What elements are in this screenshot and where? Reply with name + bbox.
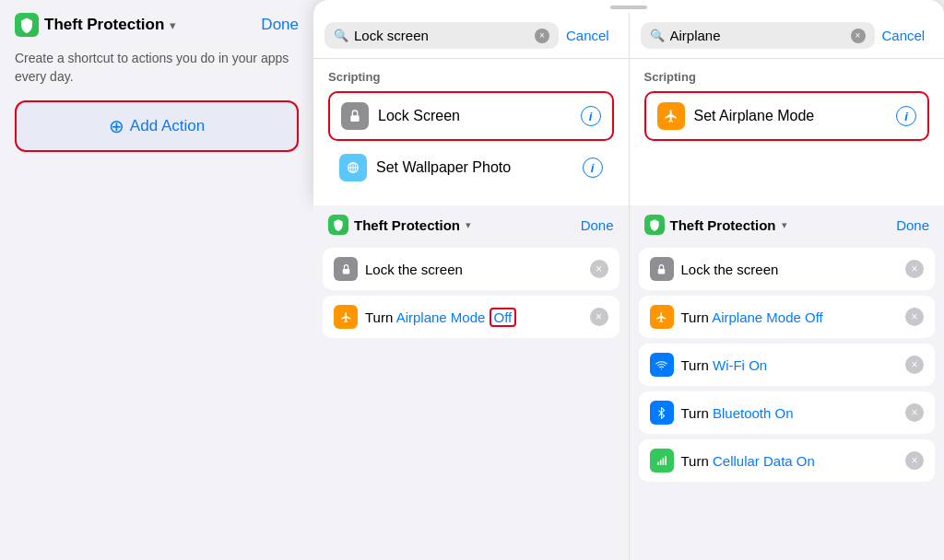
workflow-action-airplane-left: Turn Airplane Mode Off × xyxy=(323,296,620,338)
cellular-label: Cellular Data xyxy=(713,453,796,469)
workflow-action-cellular-right: Turn Cellular Data On × xyxy=(639,439,936,482)
svg-rect-0 xyxy=(350,115,359,122)
search-clear-lock[interactable]: × xyxy=(535,29,549,43)
workflow-panel-right: Theft Protection ▾ Done Lock the screen … xyxy=(630,205,945,560)
lock-screen-info-button[interactable]: i xyxy=(581,106,601,126)
app-icon-left xyxy=(15,13,39,37)
search-input-lock[interactable] xyxy=(354,28,529,43)
workflow-action-airplane-right: Turn Airplane Mode Off × xyxy=(639,296,936,338)
scripting-section-lock: Scripting Lock Screen i xyxy=(313,59,630,205)
cancel-button-lock[interactable]: Cancel xyxy=(566,28,609,43)
search-panels-row: 🔍 × Cancel 🔍 × Cancel xyxy=(313,13,944,59)
workflow-actions-right: Lock the screen × Turn Airplane Mode Off xyxy=(630,244,945,491)
search-bar-airplane: 🔍 × xyxy=(641,22,875,49)
svg-rect-8 xyxy=(665,456,667,465)
wallpaper-icon xyxy=(339,154,367,181)
app-icon-wf-right xyxy=(644,215,665,235)
workflow-bluetooth-remove[interactable]: × xyxy=(905,403,924,422)
wallpaper-text: Set Wallpaper Photo xyxy=(376,159,583,176)
drag-handle xyxy=(610,6,647,9)
svg-rect-4 xyxy=(658,268,666,273)
workflow-airplane-text-right: Turn Airplane Mode Off xyxy=(681,309,899,325)
workflow-wifi-icon-right xyxy=(650,353,674,377)
airplane-mode-icon xyxy=(657,102,685,130)
airplane-mode-info-button[interactable]: i xyxy=(896,106,916,126)
left-panel: Theft Protection ▾ Done Create a shortcu… xyxy=(0,0,313,560)
svg-rect-6 xyxy=(660,460,662,464)
workflow-chevron-left: ▾ xyxy=(466,219,471,231)
workflow-cellular-remove[interactable]: × xyxy=(905,451,924,470)
left-header: Theft Protection ▾ Done xyxy=(0,0,313,46)
svg-rect-5 xyxy=(657,461,659,464)
scripting-label-lock: Scripting xyxy=(328,70,614,84)
workflow-lock-icon-left xyxy=(334,257,358,281)
workflow-action-bluetooth-right: Turn Bluetooth On × xyxy=(639,391,936,434)
turn-label-bt: Turn xyxy=(681,405,709,421)
airplane-mode-value-left[interactable]: Off xyxy=(490,308,517,327)
workflow-actions-left: Lock the screen × Turn Airplane Mode Off xyxy=(313,244,629,347)
airplane-mode-label-left: Airplane Mode xyxy=(396,309,490,325)
left-app-title: Theft Protection xyxy=(44,16,164,34)
workflow-airplane-remove-left[interactable]: × xyxy=(590,308,608,326)
svg-rect-3 xyxy=(342,268,349,273)
left-done-button[interactable]: Done xyxy=(261,16,299,34)
workflow-cellular-icon-right xyxy=(650,449,674,472)
workflow-action-lock-left: Lock the screen × xyxy=(323,248,620,290)
bluetooth-value[interactable]: On xyxy=(775,405,794,421)
add-action-button[interactable]: ⊕ Add Action xyxy=(15,100,299,152)
workflow-cellular-text-right: Turn Cellular Data On xyxy=(681,453,899,469)
workflow-panel-left: Theft Protection ▾ Done Lock the screen … xyxy=(313,205,630,560)
middle-area: 🔍 × Cancel 🔍 × Cancel xyxy=(313,0,944,560)
workflow-lock-text-right: Lock the screen xyxy=(681,262,899,277)
lock-screen-text: Lock Screen xyxy=(378,108,581,124)
wifi-value[interactable]: On xyxy=(749,357,767,373)
scripting-label-airplane: Scripting xyxy=(644,70,930,84)
action-item-lock-screen[interactable]: Lock Screen i xyxy=(328,91,614,141)
search-bar-row-lock: 🔍 × Cancel xyxy=(324,22,618,49)
search-icon-lock: 🔍 xyxy=(334,29,348,42)
airplane-mode-label-right: Airplane Mode xyxy=(712,309,805,325)
left-chevron-icon: ▾ xyxy=(170,18,176,32)
workflow-airplane-text-left: Turn Airplane Mode Off xyxy=(365,309,583,325)
add-action-label: Add Action xyxy=(130,117,205,135)
workflow-lock-text-left: Lock the screen xyxy=(365,262,583,277)
workflow-bluetooth-text-right: Turn Bluetooth On xyxy=(681,405,899,421)
workflow-airplane-icon-right xyxy=(650,305,674,329)
top-modal: 🔍 × Cancel 🔍 × Cancel xyxy=(313,0,944,205)
workflow-lock-remove-left[interactable]: × xyxy=(590,260,608,278)
svg-rect-7 xyxy=(663,458,665,465)
cellular-value[interactable]: On xyxy=(796,453,815,469)
bluetooth-label: Bluetooth xyxy=(713,405,775,421)
workflow-title-right: Theft Protection xyxy=(670,217,776,233)
airplane-mode-text: Set Airplane Mode xyxy=(694,108,897,124)
turn-label-cellular: Turn xyxy=(681,453,709,469)
scripting-sections-row: Scripting Lock Screen i xyxy=(313,59,944,205)
workflow-lock-icon-right xyxy=(650,257,674,281)
workflow-title-left: Theft Protection xyxy=(354,217,460,233)
left-description: Create a shortcut to actions you do in y… xyxy=(0,46,313,100)
search-panel-airplane: 🔍 × Cancel xyxy=(630,13,945,58)
workflow-wifi-remove[interactable]: × xyxy=(905,356,924,374)
workflow-airplane-icon-left xyxy=(334,305,358,329)
workflow-airplane-remove-right[interactable]: × xyxy=(905,308,924,326)
search-clear-airplane[interactable]: × xyxy=(851,29,866,43)
cancel-button-airplane[interactable]: Cancel xyxy=(882,28,926,43)
workflow-done-right[interactable]: Done xyxy=(896,217,929,233)
workflow-header-right: Theft Protection ▾ Done xyxy=(630,205,945,244)
turn-label-airplane-right: Turn xyxy=(681,309,709,325)
search-panel-lock: 🔍 × Cancel xyxy=(313,13,630,58)
workflow-done-left[interactable]: Done xyxy=(581,217,614,233)
airplane-mode-value-right[interactable]: Off xyxy=(805,309,823,325)
search-bar-row-airplane: 🔍 × Cancel xyxy=(641,22,934,49)
bottom-panels-row: Theft Protection ▾ Done Lock the screen … xyxy=(313,205,944,560)
search-input-airplane[interactable] xyxy=(670,28,845,43)
lock-screen-icon xyxy=(341,102,369,130)
wifi-label: Wi-Fi xyxy=(713,357,749,373)
workflow-lock-remove-right[interactable]: × xyxy=(905,260,924,278)
wallpaper-info-button[interactable]: i xyxy=(583,158,603,178)
action-item-airplane-mode[interactable]: Set Airplane Mode i xyxy=(644,91,930,141)
scripting-section-airplane: Scripting Set Airplane Mode i xyxy=(630,59,945,205)
workflow-title-row-left: Theft Protection ▾ xyxy=(328,215,471,235)
action-item-wallpaper[interactable]: Set Wallpaper Photo i xyxy=(328,145,614,191)
app-icon-wf-left xyxy=(328,215,348,235)
